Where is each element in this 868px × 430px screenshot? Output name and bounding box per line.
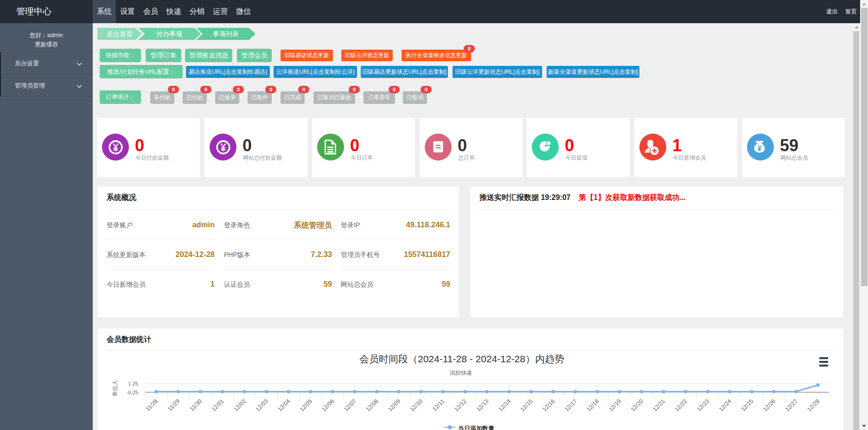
- svg-text:12/23: 12/23: [696, 398, 710, 413]
- svg-text:12/14: 12/14: [497, 398, 512, 413]
- svg-text:-0.25: -0.25: [127, 390, 138, 395]
- svg-text:会员时间段（2024-11-28 - 2024-12-28）: 会员时间段（2024-11-28 - 2024-12-28）内趋势: [359, 353, 564, 364]
- svg-text:12/26: 12/26: [762, 398, 777, 413]
- svg-text:12/15: 12/15: [519, 398, 534, 413]
- svg-text:12/12: 12/12: [453, 398, 468, 413]
- svg-text:11/30: 11/30: [189, 398, 203, 412]
- svg-text:1.25: 1.25: [128, 381, 138, 386]
- svg-text:12/19: 12/19: [607, 398, 622, 413]
- svg-text:12/22: 12/22: [674, 398, 689, 413]
- svg-text:12/06: 12/06: [321, 398, 336, 413]
- svg-text:11/28: 11/28: [145, 398, 159, 412]
- svg-text:12/24: 12/24: [718, 398, 733, 413]
- svg-text:12/09: 12/09: [387, 398, 402, 413]
- svg-text:12/04: 12/04: [276, 398, 291, 413]
- svg-text:12/25: 12/25: [740, 398, 755, 413]
- svg-text:11/29: 11/29: [166, 398, 181, 412]
- svg-text:12/28: 12/28: [806, 398, 821, 413]
- svg-text:单位人: 单位人: [112, 380, 118, 397]
- svg-text:12/16: 12/16: [541, 398, 556, 413]
- svg-text:12/17: 12/17: [563, 398, 578, 413]
- svg-text:12/18: 12/18: [586, 398, 600, 413]
- svg-text:12/02: 12/02: [232, 398, 247, 413]
- svg-text:当日添加数量: 当日添加数量: [458, 425, 494, 430]
- svg-text:12/11: 12/11: [431, 398, 446, 412]
- svg-text:12/21: 12/21: [651, 398, 666, 413]
- svg-text:12/10: 12/10: [409, 398, 424, 413]
- svg-text:12/20: 12/20: [630, 398, 645, 413]
- svg-text:12/08: 12/08: [365, 398, 380, 413]
- svg-text:12/13: 12/13: [475, 398, 490, 413]
- svg-text:12/03: 12/03: [255, 398, 269, 413]
- svg-text:12/05: 12/05: [299, 398, 313, 413]
- svg-text:12/07: 12/07: [343, 398, 357, 413]
- svg-text:12/01: 12/01: [211, 398, 225, 413]
- svg-text:12/27: 12/27: [784, 398, 799, 413]
- svg-text:讯软快递: 讯软快递: [450, 370, 472, 376]
